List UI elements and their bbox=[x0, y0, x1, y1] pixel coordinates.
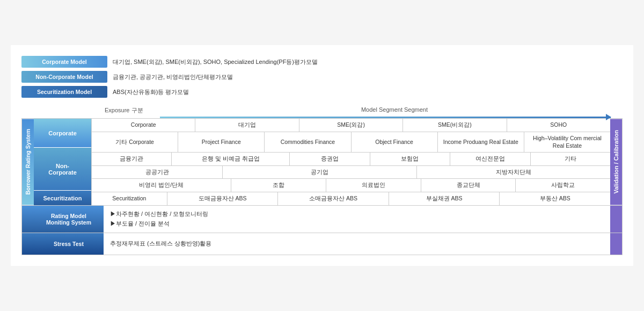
corp-row-2: 기타 Corporate Project Finance Commodities… bbox=[92, 132, 610, 153]
cell-bank: 은행 및 비예금 취급업 bbox=[172, 153, 290, 165]
stress-test-content: 추정재무제표 (스트레스 상황반영)활용 bbox=[104, 233, 610, 255]
segment-securitization: Securitization bbox=[34, 191, 91, 205]
cell-object-finance: Object Finance bbox=[352, 132, 438, 152]
arrow-line bbox=[160, 117, 611, 118]
cell-geumyung: 금융기관 bbox=[92, 153, 172, 165]
cell-other-corporate: 기타 Corporate bbox=[92, 132, 178, 152]
segment-non-corporate: Non- Corporate bbox=[34, 148, 91, 191]
cell-retail-abs: 소매금융자산 ABS bbox=[278, 192, 389, 205]
stress-test-section: Stress Test 추정재무제표 (스트레스 상황반영)활용 bbox=[21, 233, 623, 255]
cell-securities: 증권업 bbox=[290, 153, 370, 165]
legend-desc-non-corporate: 금융기관, 공공기관, 비영리법인/단체평가모델 bbox=[113, 73, 233, 81]
cell-nonprofit: 비영리 법인/단체 bbox=[92, 179, 231, 192]
noncorp-row-1: 금융기관 은행 및 비예금 취급업 증권업 보험업 여신전문업 기타 bbox=[92, 153, 610, 166]
cell-income-producing: Income Produang Real Estate bbox=[438, 132, 524, 152]
stress-content: 추정재무제표 (스트레스 상황반영)활용 bbox=[110, 240, 604, 248]
main-grid: Borrower Rating System Corporate Non- Co… bbox=[21, 118, 623, 205]
exposure-label: Exposure 구분 bbox=[102, 106, 166, 114]
sec-row-1: Securitization 도매금융자산 ABS 소매금융자산 ABS 부실채… bbox=[92, 192, 610, 205]
header-row: Exposure 구분 Model Segment Segment bbox=[102, 106, 623, 114]
arrow-row bbox=[102, 117, 623, 118]
rating-model-section: Rating Model Moniting System ▶차주현황 / 여신현… bbox=[21, 206, 623, 233]
cell-commodities-finance: Commodities Finance bbox=[265, 132, 351, 152]
rating-content-2: ▶부도율 / 전이율 분석 bbox=[110, 220, 604, 228]
cell-private-school: 사립학교 bbox=[516, 179, 610, 192]
legend: Corporate Model 대기업, SME(외감), SME(비외감), … bbox=[21, 56, 623, 98]
cell-wholesale-abs: 도매금융자산 ABS bbox=[167, 192, 279, 205]
legend-item-non-corporate: Non-Corporate Model 금융기관, 공공기관, 비영리법인/단체… bbox=[21, 71, 623, 83]
cell-credit: 여신전문업 bbox=[450, 153, 530, 165]
page-container: Corporate Model 대기업, SME(외감), SME(비외감), … bbox=[11, 45, 633, 265]
legend-item-securitization: Securitization Model ABS(자산유동화)등 평가모델 bbox=[21, 86, 623, 98]
legend-box-non-corporate: Non-Corporate Model bbox=[21, 71, 107, 83]
cell-coop: 조합 bbox=[231, 179, 326, 192]
cell-project-finance: Project Finance bbox=[178, 132, 265, 152]
borrower-rating-label: Borrower Rating System bbox=[22, 119, 34, 205]
cell-other-fin: 기타 bbox=[531, 153, 610, 165]
rating-right-spacer bbox=[610, 206, 622, 233]
cell-sme-oegam: SME(외감) bbox=[299, 119, 403, 132]
cell-insurance: 보험업 bbox=[370, 153, 450, 165]
legend-box-corporate: Corporate Model bbox=[21, 56, 107, 68]
legend-desc-securitization: ABS(자산유동화)등 평가모델 bbox=[113, 88, 189, 96]
cell-real-estate-abs: 부동산 ABS bbox=[500, 192, 610, 205]
segment-corporate: Corporate bbox=[34, 119, 91, 148]
cell-daegieop: 대기업 bbox=[195, 119, 299, 132]
stress-test-label: Stress Test bbox=[34, 233, 104, 255]
rating-content-1: ▶차주현황 / 여신현황 / 모형모니터링 bbox=[110, 210, 604, 218]
segment-labels: Corporate Non- Corporate Securitization bbox=[34, 119, 92, 205]
cell-corporate: Corporate bbox=[92, 119, 195, 132]
cell-public: 공공기관 bbox=[92, 166, 223, 179]
cell-soho: SOHO bbox=[507, 119, 610, 132]
validation-label: Validation / Calibration bbox=[610, 119, 622, 205]
cell-local-gov: 지방자치단체 bbox=[417, 166, 611, 179]
data-area: Corporate 대기업 SME(외감) SME(비외감) SOHO 기타 C… bbox=[92, 119, 610, 205]
cell-religious: 종교단체 bbox=[421, 179, 516, 192]
noncorp-row-2: 공공기관 공기업 지방자치단체 bbox=[92, 166, 610, 179]
rating-model-content: ▶차주현황 / 여신현황 / 모형모니터링 ▶부도율 / 전이율 분석 bbox=[104, 206, 610, 233]
rating-model-label: Rating Model Moniting System bbox=[34, 206, 104, 233]
stress-right-spacer bbox=[610, 233, 622, 255]
cell-sme-bioegam: SME(비외감) bbox=[403, 119, 507, 132]
cell-high-volatility: High–Volatility Com mercial Real Estate bbox=[524, 132, 610, 152]
legend-item-corporate: Corporate Model 대기업, SME(외감), SME(비외감), … bbox=[21, 56, 623, 68]
cell-medical: 의료법인 bbox=[326, 179, 421, 192]
cell-npl-abs: 부실채권 ABS bbox=[389, 192, 500, 205]
legend-box-securitization: Securitization Model bbox=[21, 86, 107, 98]
cell-public-corp: 공기업 bbox=[223, 166, 417, 179]
cell-sec: Securitization bbox=[92, 192, 167, 205]
legend-desc-corporate: 대기업, SME(외감), SME(비외감), SOHO, Specialize… bbox=[113, 58, 318, 66]
segment-label: Model Segment Segment bbox=[166, 106, 623, 114]
noncorp-row-3: 비영리 법인/단체 조합 의료법인 종교단체 사립학교 bbox=[92, 179, 610, 192]
corp-row-1: Corporate 대기업 SME(외감) SME(비외감) SOHO bbox=[92, 119, 610, 132]
